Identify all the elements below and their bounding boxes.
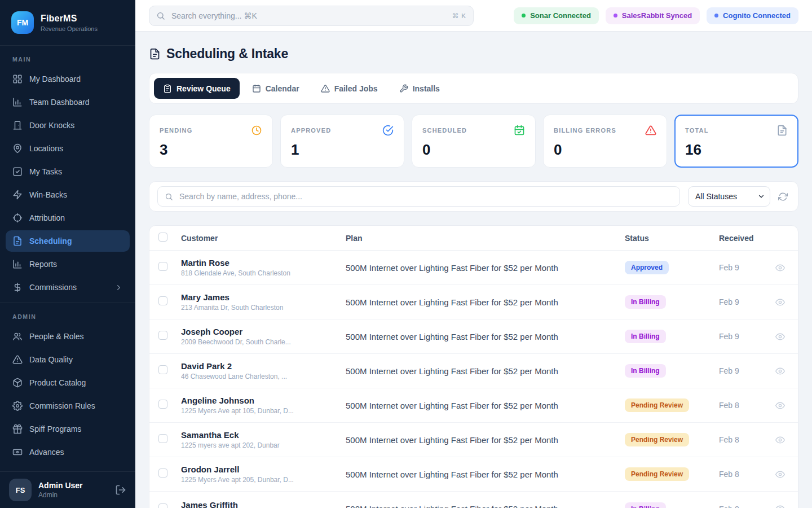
row-checkbox[interactable]: [158, 296, 167, 305]
stat-card-approved[interactable]: APPROVED1: [280, 115, 404, 168]
table-row[interactable]: Mary James213 Amanita Dr, South Charlest…: [149, 285, 798, 319]
sidebar-item-commissions[interactable]: Commissions: [6, 277, 130, 298]
table-row[interactable]: David Park 246 Chasewood Lane Charleston…: [149, 354, 798, 388]
status-badge: In Billing: [625, 364, 666, 378]
sidebar-item-advances[interactable]: Advances: [6, 441, 130, 463]
sidebar-item-data-quality[interactable]: Data Quality: [6, 349, 130, 370]
table-row[interactable]: Joseph Cooper2009 Beechwood Dr, South Ch…: [149, 319, 798, 354]
sidebar-item-locations[interactable]: Locations: [6, 138, 130, 159]
row-checkbox[interactable]: [158, 503, 167, 508]
sidebar-item-attribution[interactable]: Attribution: [6, 207, 130, 229]
tab-installs[interactable]: Installs: [390, 78, 449, 99]
row-checkbox[interactable]: [158, 400, 167, 409]
badge-label: Sonar Connected: [530, 11, 591, 20]
sidebar: FM FiberMS Revenue Operations MAINMy Das…: [0, 0, 135, 508]
sidebar-section-label: ADMIN: [0, 303, 135, 324]
table-row[interactable]: Martin Rose818 Glendale Ave, South Charl…: [149, 251, 798, 285]
user-role: Admin: [38, 491, 83, 499]
chevron-right-icon: [114, 283, 123, 292]
tab-review-queue[interactable]: Review Queue: [154, 78, 240, 99]
clock-icon: [251, 125, 262, 136]
eye-icon[interactable]: [775, 332, 789, 341]
stat-card-scheduled[interactable]: SCHEDULED0: [412, 115, 536, 168]
sidebar-item-my-tasks[interactable]: My Tasks: [6, 161, 130, 182]
eye-icon[interactable]: [775, 366, 789, 376]
stat-card-total[interactable]: TOTAL16: [674, 115, 798, 168]
status-badge: In Billing: [625, 502, 666, 508]
refresh-icon[interactable]: [778, 192, 788, 202]
received-date: Feb 8: [719, 401, 775, 410]
sidebar-user[interactable]: FS Admin User Admin: [0, 471, 135, 508]
eye-icon[interactable]: [775, 435, 789, 445]
alert-triangle-icon: [645, 125, 656, 136]
stat-value: 1: [291, 141, 394, 159]
eye-icon[interactable]: [775, 297, 789, 307]
stat-value: 16: [685, 141, 788, 159]
eye-icon[interactable]: [775, 263, 789, 273]
sidebar-item-label: Data Quality: [29, 355, 73, 364]
integration-badge-sonar-connected: Sonar Connected: [514, 7, 599, 24]
row-checkbox[interactable]: [158, 365, 167, 374]
app-tagline: Revenue Operations: [41, 25, 98, 32]
sidebar-item-label: People & Roles: [29, 332, 84, 341]
global-search-input[interactable]: [170, 11, 447, 21]
row-checkbox[interactable]: [158, 331, 167, 340]
badge-label: SalesRabbit Synced: [622, 11, 692, 20]
sidebar-item-team-dashboard[interactable]: Team Dashboard: [6, 91, 130, 113]
sidebar-item-people-roles[interactable]: People & Roles: [6, 326, 130, 347]
tab-calendar[interactable]: Calendar: [243, 78, 308, 99]
customer-name: Joseph Cooper: [181, 327, 338, 336]
map-pin-icon: [12, 143, 23, 154]
banknote-icon: [12, 447, 23, 457]
sidebar-item-spiff-programs[interactable]: Spiff Programs: [6, 418, 130, 440]
integration-badges: Sonar ConnectedSalesRabbit SyncedCognito…: [514, 7, 798, 24]
status-filter-select[interactable]: All Statuses: [688, 186, 770, 207]
sidebar-item-scheduling[interactable]: Scheduling: [6, 230, 130, 252]
table-row[interactable]: Grodon Jarrell1225 Myers Ave apt 205, Du…: [149, 457, 798, 492]
eye-icon[interactable]: [775, 401, 789, 410]
sidebar-item-reports[interactable]: Reports: [6, 253, 130, 275]
door-icon: [12, 120, 23, 130]
table-row[interactable]: Angeline Johnson1225 Myers Ave apt 105, …: [149, 388, 798, 423]
table-row[interactable]: Samantha Eck1225 myers ave apt 202, Dunb…: [149, 423, 798, 457]
sidebar-item-product-catalog[interactable]: Product Catalog: [6, 372, 130, 393]
check-square-icon: [12, 167, 23, 177]
stat-label: PENDING: [160, 127, 193, 134]
received-date: Feb 9: [719, 263, 775, 272]
sidebar-item-my-dashboard[interactable]: My Dashboard: [6, 68, 130, 90]
stat-card-pending[interactable]: PENDING3: [149, 115, 273, 168]
customer-address: 1225 Myers Ave apt 205, Dunbar, D...: [181, 476, 338, 484]
customer-name: Grodon Jarrell: [181, 465, 338, 474]
row-checkbox[interactable]: [158, 262, 167, 271]
logout-icon[interactable]: [115, 484, 126, 496]
table-search[interactable]: [157, 186, 680, 207]
page-head: Scheduling & Intake: [149, 46, 798, 62]
sidebar-item-commission-rules[interactable]: Commission Rules: [6, 395, 130, 417]
plan-description: 500M Internet over Lighting Fast Fiber f…: [346, 504, 625, 508]
row-checkbox[interactable]: [158, 434, 167, 443]
table-body: Martin Rose818 Glendale Ave, South Charl…: [149, 251, 798, 508]
tab-label: Calendar: [266, 84, 299, 93]
received-date: Feb 8: [719, 470, 775, 479]
eye-icon[interactable]: [775, 504, 789, 508]
sidebar-item-label: Commissions: [29, 283, 77, 292]
table-row[interactable]: James Griffith500M Internet over Lightin…: [149, 492, 798, 508]
main-area: ⌘ K Sonar ConnectedSalesRabbit SyncedCog…: [135, 0, 812, 508]
tab-failed-jobs[interactable]: Failed Jobs: [312, 78, 387, 99]
stat-value: 3: [160, 141, 262, 159]
eye-icon[interactable]: [775, 470, 789, 479]
customer-address: 1225 myers ave apt 202, Dunbar: [181, 441, 338, 449]
select-all-checkbox[interactable]: [158, 233, 167, 242]
row-checkbox[interactable]: [158, 468, 167, 478]
table-search-input[interactable]: [178, 191, 673, 202]
status-badge: In Billing: [625, 295, 666, 309]
global-search[interactable]: ⌘ K: [149, 6, 474, 26]
check-circle-icon: [382, 125, 394, 136]
sidebar-item-door-knocks[interactable]: Door Knocks: [6, 115, 130, 136]
stat-card-billing-errors[interactable]: BILLING ERRORS0: [543, 115, 667, 168]
search-icon: [156, 11, 165, 20]
sidebar-item-win-backs[interactable]: Win-Backs: [6, 184, 130, 205]
users-icon: [12, 331, 23, 341]
stat-value: 0: [554, 141, 656, 159]
sidebar-section-label: MAIN: [0, 46, 135, 67]
